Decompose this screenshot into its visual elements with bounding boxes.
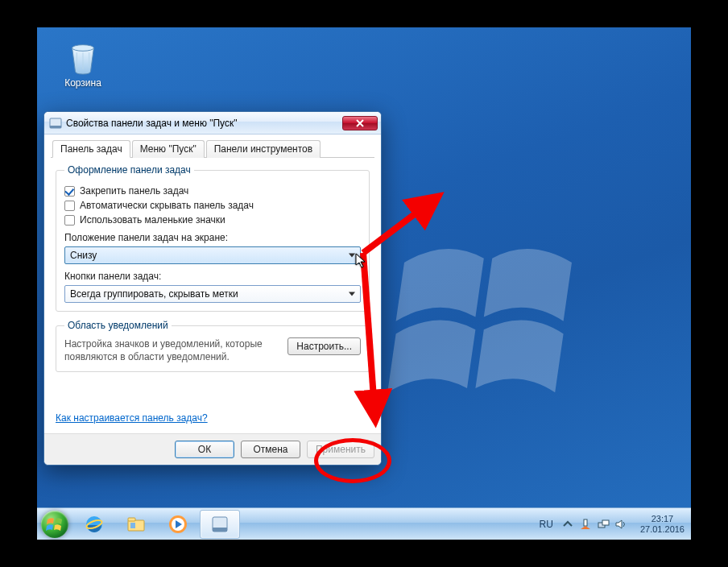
ok-button[interactable]: ОК bbox=[175, 441, 234, 458]
chevron-down-icon bbox=[349, 254, 355, 258]
taskbar: RU 23:17 27.01.2016 bbox=[37, 507, 691, 540]
tray-volume-icon[interactable] bbox=[614, 518, 627, 531]
taskbar-item-ie[interactable] bbox=[74, 510, 114, 539]
notification-group-legend: Область уведомлений bbox=[64, 320, 172, 331]
appearance-group: Оформление панели задач Закрепить панель… bbox=[56, 164, 370, 312]
apply-button[interactable]: Применить bbox=[307, 441, 374, 458]
cancel-button[interactable]: Отмена bbox=[241, 441, 300, 458]
buttons-combobox[interactable]: Всегда группировать, скрывать метки bbox=[64, 285, 361, 303]
system-tray: RU 23:17 27.01.2016 bbox=[540, 514, 685, 534]
internet-explorer-icon bbox=[84, 514, 105, 535]
button-label: Отмена bbox=[253, 444, 287, 455]
svg-rect-11 bbox=[213, 528, 227, 532]
checkbox-small-icons[interactable]: Использовать маленькие значки bbox=[64, 214, 361, 226]
language-indicator[interactable]: RU bbox=[540, 519, 553, 530]
dialog-footer: ОК Отмена Применить bbox=[44, 433, 381, 465]
tab-label: Меню "Пуск" bbox=[140, 143, 196, 155]
tab-label: Панель задач bbox=[60, 143, 122, 155]
button-label: Настроить... bbox=[296, 341, 352, 352]
taskbar-item-explorer[interactable] bbox=[116, 510, 156, 539]
svg-rect-2 bbox=[50, 126, 61, 128]
close-button[interactable] bbox=[342, 116, 378, 130]
appearance-group-legend: Оформление панели задач bbox=[64, 164, 194, 176]
desktop-icon-recycle-bin[interactable]: Корзина bbox=[55, 39, 111, 89]
position-label: Положение панели задач на экране: bbox=[64, 232, 361, 243]
svg-rect-7 bbox=[130, 523, 135, 528]
svg-rect-14 bbox=[602, 520, 609, 525]
tab-strip: Панель задач Меню "Пуск" Панели инструме… bbox=[51, 139, 374, 158]
svg-point-0 bbox=[72, 45, 94, 52]
button-label: Применить bbox=[316, 444, 366, 455]
taskbar-item-properties-dialog[interactable] bbox=[200, 510, 240, 539]
notification-help-text: Настройка значков и уведомлений, которые… bbox=[64, 337, 279, 363]
svg-rect-12 bbox=[584, 519, 587, 526]
help-link[interactable]: Как настраивается панель задач? bbox=[56, 412, 208, 424]
taskbar-properties-dialog: Свойства панели задач и меню "Пуск" Пане… bbox=[43, 111, 382, 466]
checkbox-icon bbox=[64, 201, 75, 211]
taskbar-item-wmp[interactable] bbox=[158, 510, 198, 539]
tray-date: 27.01.2016 bbox=[640, 524, 685, 535]
chevron-down-icon bbox=[349, 292, 355, 296]
checkbox-label: Использовать маленькие значки bbox=[80, 214, 225, 226]
tray-time: 23:17 bbox=[640, 514, 685, 524]
link-label: Как настраивается панель задач? bbox=[56, 412, 208, 424]
dialog-title-icon bbox=[49, 117, 62, 130]
buttons-label: Кнопки панели задач: bbox=[64, 271, 361, 282]
checkbox-label: Закрепить панель задач bbox=[80, 185, 188, 197]
checkbox-lock-taskbar[interactable]: Закрепить панель задач bbox=[64, 185, 361, 197]
tray-clock[interactable]: 23:17 27.01.2016 bbox=[640, 514, 685, 534]
checkbox-autohide-taskbar[interactable]: Автоматически скрывать панель задач bbox=[64, 200, 361, 211]
tab-content: Оформление панели задач Закрепить панель… bbox=[51, 158, 374, 427]
dialog-title: Свойства панели задач и меню "Пуск" bbox=[66, 118, 342, 129]
tab-taskbar[interactable]: Панель задач bbox=[52, 140, 130, 158]
media-player-icon bbox=[168, 514, 188, 535]
position-combobox[interactable]: Снизу bbox=[64, 246, 361, 264]
tray-action-center-icon[interactable] bbox=[579, 518, 592, 531]
dialog-titlebar[interactable]: Свойства панели задач и меню "Пуск" bbox=[44, 112, 381, 135]
button-label: ОК bbox=[198, 444, 211, 455]
combobox-value: Снизу bbox=[70, 250, 97, 261]
file-explorer-icon bbox=[126, 514, 147, 535]
tab-toolbars[interactable]: Панели инструментов bbox=[206, 140, 321, 158]
tab-label: Панели инструментов bbox=[214, 143, 312, 155]
checkbox-icon bbox=[64, 186, 75, 197]
combobox-value: Всегда группировать, скрывать метки bbox=[70, 288, 238, 300]
windows-logo-watermark bbox=[383, 221, 593, 430]
windows-logo-icon bbox=[46, 515, 64, 533]
tray-show-hidden-icon[interactable] bbox=[561, 518, 574, 531]
tab-startmenu[interactable]: Меню "Пуск" bbox=[132, 140, 205, 158]
svg-rect-6 bbox=[128, 518, 135, 521]
close-icon bbox=[356, 119, 364, 127]
configure-button[interactable]: Настроить... bbox=[287, 337, 361, 355]
recycle-bin-label: Корзина bbox=[55, 77, 111, 89]
tray-network-icon[interactable] bbox=[597, 518, 610, 531]
notification-area-group: Область уведомлений Настройка значков и … bbox=[56, 320, 370, 372]
recycle-bin-icon bbox=[64, 39, 101, 76]
desktop-screen: Корзина Свойства панели задач и меню "Пу… bbox=[37, 27, 691, 540]
start-button[interactable] bbox=[37, 508, 72, 540]
taskbar-properties-icon bbox=[209, 514, 230, 535]
checkbox-icon bbox=[64, 215, 75, 226]
taskbar-pinned-items bbox=[74, 510, 240, 539]
checkbox-label: Автоматически скрывать панель задач bbox=[80, 200, 254, 211]
